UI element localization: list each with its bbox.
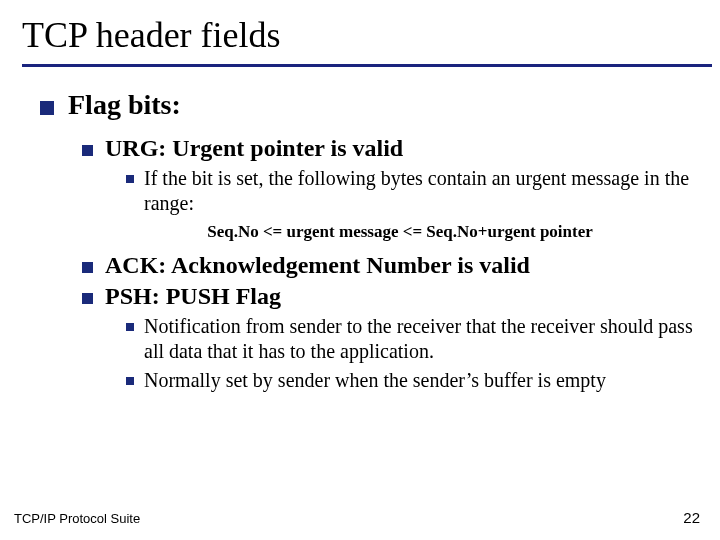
bullet-urg: URG: Urgent pointer is valid	[82, 135, 698, 162]
square-bullet-icon	[126, 377, 134, 385]
slide: TCP header fields Flag bits: URG: Urgent…	[0, 0, 720, 393]
square-bullet-icon	[82, 262, 93, 273]
square-bullet-icon	[82, 145, 93, 156]
bullet-label: Flag bits:	[68, 89, 698, 121]
square-bullet-icon	[82, 293, 93, 304]
bullet-psh-detail-2: Normally set by sender when the sender’s…	[126, 368, 698, 393]
urgent-range-formula: Seq.No <= urgent message <= Seq.No+urgen…	[132, 222, 668, 242]
square-bullet-icon	[40, 101, 54, 115]
title-underline	[22, 64, 712, 67]
bullet-ack: ACK: Acknowledgement Number is valid	[82, 252, 698, 279]
bullet-urg-detail: If the bit is set, the following bytes c…	[126, 166, 698, 216]
bullet-label: URG: Urgent pointer is valid	[105, 135, 698, 162]
bullet-text: Notification from sender to the receiver…	[144, 314, 698, 364]
bullet-label: ACK: Acknowledgement Number is valid	[105, 252, 698, 279]
bullet-psh: PSH: PUSH Flag	[82, 283, 698, 310]
bullet-text: Normally set by sender when the sender’s…	[144, 368, 698, 393]
bullet-text: If the bit is set, the following bytes c…	[144, 166, 698, 216]
slide-title: TCP header fields	[22, 14, 698, 56]
page-number: 22	[683, 509, 700, 526]
footer-text: TCP/IP Protocol Suite	[14, 511, 140, 526]
bullet-flag-bits: Flag bits:	[40, 89, 698, 121]
square-bullet-icon	[126, 323, 134, 331]
bullet-label: PSH: PUSH Flag	[105, 283, 698, 310]
square-bullet-icon	[126, 175, 134, 183]
bullet-psh-detail-1: Notification from sender to the receiver…	[126, 314, 698, 364]
